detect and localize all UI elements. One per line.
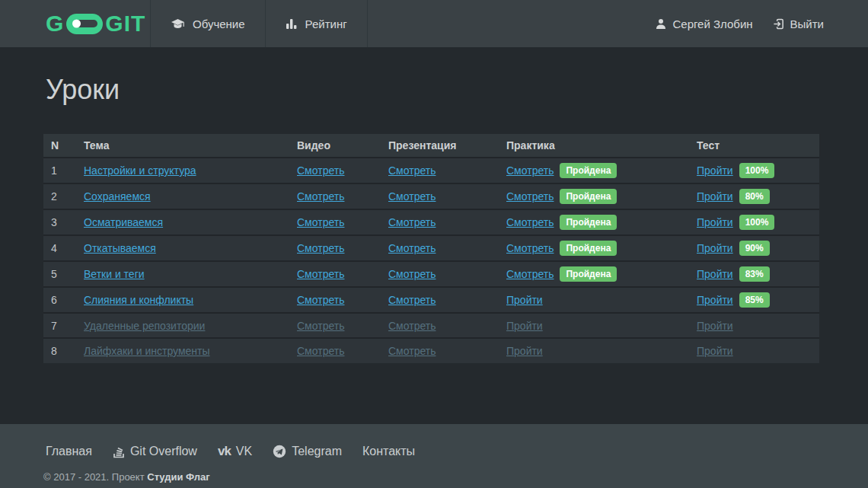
- table-cell: Смотреть: [289, 158, 381, 183]
- topic-link[interactable]: Настройки и структура: [84, 164, 196, 177]
- gogit-logo[interactable]: G GIT: [46, 11, 150, 37]
- footer-link-telegram[interactable]: Telegram: [273, 445, 342, 458]
- practice-link[interactable]: Смотреть: [506, 216, 554, 228]
- table-header-row: N Тема Видео Презентация Практика Тест: [43, 134, 819, 158]
- table-cell: Смотреть: [381, 158, 499, 183]
- table-cell: Смотреть: [381, 313, 499, 338]
- user-icon: [656, 18, 666, 30]
- table-row: 2СохраняемсяСмотретьСмотретьСмотретьПрой…: [43, 183, 819, 209]
- nav-item-label: Обучение: [193, 18, 245, 30]
- table-cell: 7: [43, 313, 76, 338]
- copyright-brand: Студии Флаг: [147, 471, 210, 483]
- copyright: © 2017 - 2021. Проект Студии Флаг: [43, 471, 210, 483]
- row-number: 1: [51, 164, 57, 177]
- video-link[interactable]: Смотреть: [297, 164, 344, 177]
- video-link[interactable]: Смотреть: [297, 216, 344, 228]
- practice-status-badge: Пройдена: [560, 215, 617, 230]
- video-link[interactable]: Смотреть: [297, 190, 344, 203]
- presentation-link[interactable]: Смотреть: [388, 216, 436, 228]
- presentation-link[interactable]: Смотреть: [388, 294, 436, 306]
- test-score-badge: 83%: [739, 266, 770, 282]
- footer-link-home[interactable]: Главная: [46, 445, 92, 458]
- topic-link[interactable]: Лайфхаки и инструменты: [84, 345, 210, 357]
- table-cell: Смотреть: [381, 209, 499, 235]
- table-row: 1Настройки и структураСмотретьСмотретьСм…: [43, 158, 819, 183]
- test-link[interactable]: Пройти: [697, 345, 733, 357]
- practice-link[interactable]: Пройти: [506, 320, 543, 332]
- video-link[interactable]: Смотреть: [297, 320, 344, 332]
- table-cell: Настройки и структура: [76, 158, 289, 183]
- presentation-link[interactable]: Смотреть: [388, 268, 436, 280]
- table-cell: Смотреть: [381, 235, 499, 261]
- test-link[interactable]: Пройти: [697, 190, 733, 203]
- practice-link[interactable]: Пройти: [506, 345, 543, 357]
- user-zone: Сергей Злобин Выйти: [656, 18, 824, 30]
- practice-link[interactable]: Смотреть: [506, 242, 554, 254]
- table-cell: СмотретьПройдена: [499, 158, 689, 183]
- video-link[interactable]: Смотреть: [297, 268, 344, 280]
- table-cell: Смотреть: [289, 209, 381, 235]
- column-header-topic: Тема: [76, 134, 289, 158]
- vk-icon: vk: [218, 444, 231, 459]
- video-link[interactable]: Смотреть: [297, 242, 344, 254]
- table-cell: 5: [43, 261, 76, 287]
- table-cell: СмотретьПройдена: [499, 209, 689, 235]
- footer-link-vk[interactable]: vk VK: [218, 444, 252, 459]
- practice-link[interactable]: Смотреть: [506, 190, 554, 203]
- presentation-link[interactable]: Смотреть: [388, 345, 436, 357]
- logo-commit-node-icon: [66, 14, 103, 34]
- row-number: 5: [51, 268, 57, 280]
- user-profile-link[interactable]: Сергей Злобин: [656, 18, 752, 30]
- logo-text-right: GIT: [105, 11, 145, 37]
- nav-item-training[interactable]: Обучение: [150, 0, 265, 47]
- row-number: 7: [51, 320, 57, 332]
- practice-status-badge: Пройдена: [560, 241, 617, 256]
- nav-item-label: Рейтинг: [305, 18, 347, 30]
- column-header-test: Тест: [689, 134, 819, 158]
- test-link[interactable]: Пройти: [697, 294, 733, 306]
- test-link[interactable]: Пройти: [697, 216, 733, 228]
- table-cell: Смотреть: [289, 183, 381, 209]
- copyright-text: © 2017 - 2021. Проект: [43, 471, 147, 483]
- table-cell: Осматриваемся: [76, 209, 289, 235]
- topic-link[interactable]: Откатываемся: [84, 242, 156, 254]
- test-link[interactable]: Пройти: [697, 164, 733, 177]
- footer-links: Главная Git Overflow vk VK: [0, 424, 868, 459]
- footer: Главная Git Overflow vk VK: [0, 424, 868, 488]
- nav-item-rating[interactable]: Рейтинг: [265, 0, 368, 47]
- topic-link[interactable]: Удаленные репозитории: [84, 320, 205, 332]
- presentation-link[interactable]: Смотреть: [388, 242, 436, 254]
- row-number: 6: [51, 294, 57, 306]
- column-header-video: Видео: [289, 134, 381, 158]
- presentation-link[interactable]: Смотреть: [388, 190, 436, 203]
- topic-link[interactable]: Ветки и теги: [84, 268, 145, 280]
- table-cell: Пройти100%: [689, 209, 819, 235]
- test-link[interactable]: Пройти: [697, 320, 733, 332]
- row-number: 3: [51, 216, 57, 228]
- test-link[interactable]: Пройти: [697, 242, 733, 254]
- table-cell: 8: [43, 338, 76, 363]
- table-row: 3ОсматриваемсяСмотретьСмотретьСмотретьПр…: [43, 209, 819, 235]
- lessons-table: N Тема Видео Презентация Практика Тест 1…: [43, 134, 819, 363]
- presentation-link[interactable]: Смотреть: [388, 320, 436, 332]
- test-link[interactable]: Пройти: [697, 268, 733, 280]
- topic-link[interactable]: Осматриваемся: [84, 216, 163, 228]
- test-score-badge: 100%: [739, 215, 775, 230]
- topic-link[interactable]: Слияния и конфликты: [84, 294, 193, 306]
- video-link[interactable]: Смотреть: [297, 294, 344, 306]
- practice-link[interactable]: Смотреть: [506, 164, 554, 177]
- table-cell: Пройти: [499, 338, 689, 363]
- presentation-link[interactable]: Смотреть: [388, 164, 436, 177]
- footer-link-git-overflow[interactable]: Git Overflow: [113, 445, 197, 458]
- topic-link[interactable]: Сохраняемся: [84, 190, 151, 203]
- table-cell: Пройти: [499, 287, 689, 313]
- table-cell: Смотреть: [289, 235, 381, 261]
- video-link[interactable]: Смотреть: [297, 345, 344, 357]
- table-cell: СмотретьПройдена: [499, 183, 689, 209]
- footer-link-contacts[interactable]: Контакты: [362, 445, 415, 458]
- telegram-icon: [273, 445, 286, 458]
- logout-button[interactable]: Выйти: [773, 18, 824, 30]
- practice-link[interactable]: Смотреть: [506, 268, 554, 280]
- practice-link[interactable]: Пройти: [506, 294, 543, 306]
- table-cell: 6: [43, 287, 76, 313]
